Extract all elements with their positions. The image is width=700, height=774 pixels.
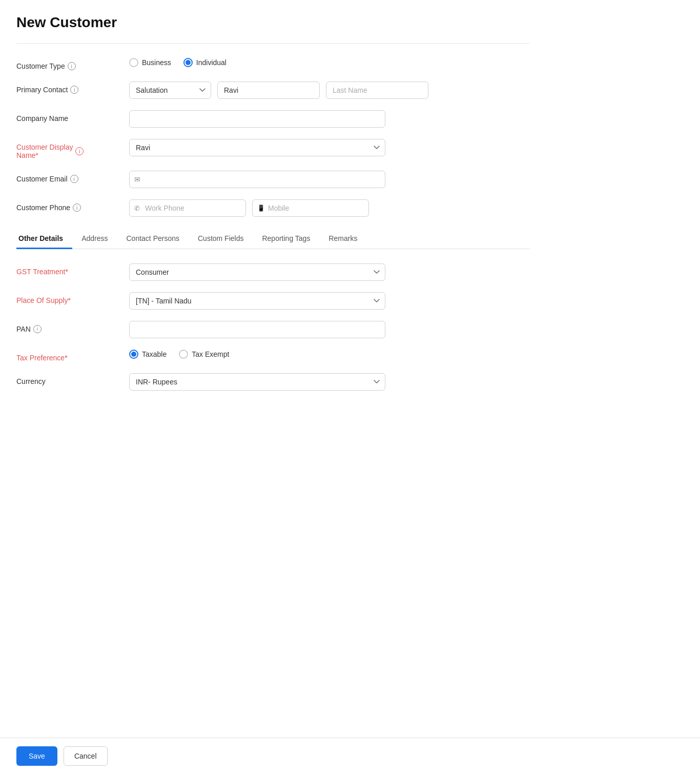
place-of-supply-select[interactable]: [TN] - Tamil Nadu [129, 292, 385, 310]
display-name-label: Customer DisplayName* i [16, 139, 129, 159]
pan-input[interactable] [129, 321, 385, 338]
taxable-radio-label: Taxable [142, 350, 167, 358]
customer-email-label: Customer Email i [16, 171, 129, 183]
company-name-input[interactable] [129, 110, 385, 128]
email-input[interactable] [129, 171, 385, 188]
display-name-row: Customer DisplayName* i Ravi [16, 139, 530, 159]
customer-phone-controls: ✆ 📱 [129, 199, 530, 217]
email-icon: ✉ [134, 175, 140, 184]
pan-controls [129, 321, 530, 338]
work-phone-wrapper: ✆ [129, 199, 246, 217]
tab-remarks[interactable]: Remarks [319, 228, 366, 249]
page-footer: Save Cancel [0, 738, 700, 774]
tax-exempt-radio-option[interactable]: Tax Exempt [179, 350, 229, 359]
page-title: New Customer [16, 14, 530, 31]
customer-type-controls: Business Individual [129, 58, 530, 67]
customer-phone-info-icon: i [73, 203, 81, 212]
company-name-label: Company Name [16, 110, 129, 123]
display-name-select[interactable]: Ravi [129, 139, 385, 156]
individual-radio-option[interactable]: Individual [183, 58, 227, 67]
tax-preference-radio-group: Taxable Tax Exempt [129, 350, 229, 359]
last-name-input[interactable] [326, 82, 428, 99]
tax-exempt-radio-label: Tax Exempt [192, 350, 229, 358]
cancel-button[interactable]: Cancel [64, 746, 108, 766]
tab-contact-persons[interactable]: Contact Persons [117, 228, 189, 249]
customer-phone-label: Customer Phone i [16, 199, 129, 212]
primary-contact-controls: Salutation Mr. Mrs. Ms. Dr. [129, 82, 530, 99]
pan-label: PAN i [16, 321, 129, 333]
customer-type-row: Customer Type i Business Individual [16, 58, 530, 70]
tabs-wrapper: Other Details Address Contact Persons Cu… [16, 228, 530, 249]
first-name-input[interactable] [217, 82, 320, 99]
customer-type-info-icon: i [68, 62, 76, 70]
currency-controls: INR- Rupees USD- US Dollar EUR- Euro [129, 373, 530, 391]
tax-preference-row: Tax Preference* Taxable Tax Exempt [16, 350, 530, 362]
work-phone-input[interactable] [129, 199, 246, 217]
company-name-row: Company Name [16, 110, 530, 128]
gst-treatment-row: GST Treatment* Consumer Registered Busin… [16, 263, 530, 281]
tab-reporting-tags[interactable]: Reporting Tags [253, 228, 319, 249]
business-radio-label: Business [142, 58, 171, 67]
tax-preference-controls: Taxable Tax Exempt [129, 350, 530, 359]
tab-address[interactable]: Address [72, 228, 117, 249]
email-input-wrapper: ✉ [129, 171, 385, 188]
tab-other-details[interactable]: Other Details [16, 228, 72, 249]
currency-row: Currency INR- Rupees USD- US Dollar EUR-… [16, 373, 530, 391]
currency-label: Currency [16, 373, 129, 385]
customer-phone-row: Customer Phone i ✆ 📱 [16, 199, 530, 217]
business-radio-option[interactable]: Business [129, 58, 171, 67]
tax-preference-label: Tax Preference* [16, 350, 129, 362]
customer-type-label: Customer Type i [16, 58, 129, 70]
place-of-supply-controls: [TN] - Tamil Nadu [129, 292, 530, 310]
tabs-list: Other Details Address Contact Persons Cu… [16, 228, 530, 249]
save-button[interactable]: Save [16, 746, 57, 766]
customer-email-info-icon: i [70, 175, 78, 183]
company-name-controls [129, 110, 530, 128]
primary-contact-row: Primary Contact i Salutation Mr. Mrs. Ms… [16, 82, 530, 99]
taxable-radio-circle[interactable] [129, 350, 138, 359]
business-radio-circle[interactable] [129, 58, 138, 67]
other-details-content: GST Treatment* Consumer Registered Busin… [16, 263, 530, 391]
place-of-supply-label: Place Of Supply* [16, 292, 129, 304]
mobile-icon: 📱 [257, 205, 265, 212]
pan-row: PAN i [16, 321, 530, 338]
tab-custom-fields[interactable]: Custom Fields [189, 228, 253, 249]
customer-type-radio-group: Business Individual [129, 58, 227, 67]
customer-email-controls: ✉ [129, 171, 530, 188]
pan-info-icon: i [33, 325, 42, 333]
place-of-supply-row: Place Of Supply* [TN] - Tamil Nadu [16, 292, 530, 310]
mobile-phone-input[interactable] [252, 199, 369, 217]
tax-exempt-radio-circle[interactable] [179, 350, 188, 359]
individual-radio-label: Individual [196, 58, 227, 67]
title-divider [16, 43, 530, 44]
display-name-info-icon: i [75, 147, 84, 155]
currency-select[interactable]: INR- Rupees USD- US Dollar EUR- Euro [129, 373, 385, 391]
salutation-select[interactable]: Salutation Mr. Mrs. Ms. Dr. [129, 82, 211, 99]
gst-treatment-label: GST Treatment* [16, 263, 129, 276]
primary-contact-info-icon: i [70, 86, 78, 94]
phone-icon: ✆ [134, 205, 140, 212]
taxable-radio-option[interactable]: Taxable [129, 350, 167, 359]
gst-treatment-select[interactable]: Consumer Registered Business - Regular R… [129, 263, 385, 281]
display-name-controls: Ravi [129, 139, 530, 156]
customer-email-row: Customer Email i ✉ [16, 171, 530, 188]
primary-contact-label: Primary Contact i [16, 82, 129, 94]
individual-radio-circle[interactable] [183, 58, 193, 67]
mobile-phone-wrapper: 📱 [252, 199, 369, 217]
gst-treatment-controls: Consumer Registered Business - Regular R… [129, 263, 530, 281]
